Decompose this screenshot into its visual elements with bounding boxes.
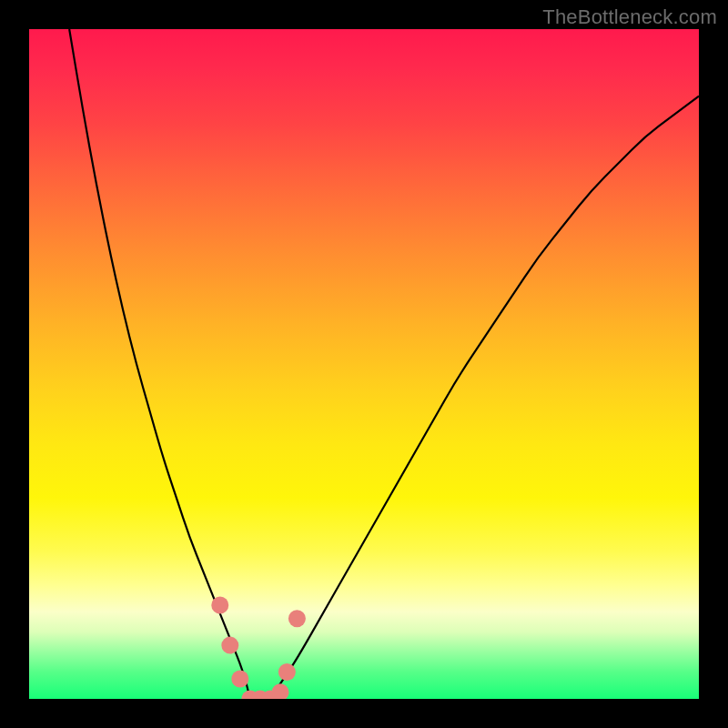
marker-dot bbox=[288, 610, 306, 627]
marker-dot bbox=[278, 663, 296, 681]
marker-dot bbox=[211, 596, 228, 613]
plot-area bbox=[29, 29, 699, 699]
marker-group bbox=[211, 596, 306, 699]
chart-frame: TheBottleneck.com bbox=[0, 0, 728, 728]
curve-right bbox=[270, 96, 699, 699]
marker-dot bbox=[272, 683, 289, 699]
marker-dot bbox=[221, 637, 238, 654]
watermark-text: TheBottleneck.com bbox=[542, 5, 717, 29]
chart-svg bbox=[29, 29, 699, 699]
marker-dot bbox=[231, 670, 248, 687]
